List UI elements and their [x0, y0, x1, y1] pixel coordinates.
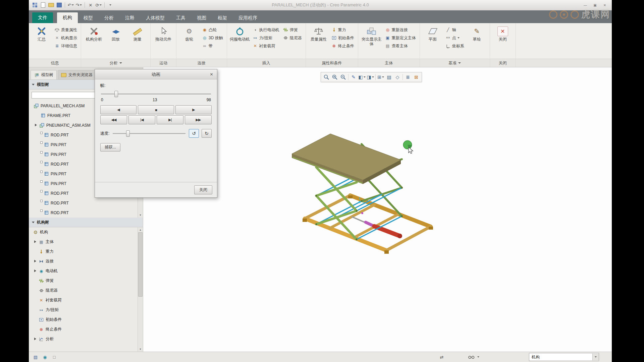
mech-tree-item[interactable]: 弹簧: [29, 276, 138, 286]
capture-button[interactable]: 捕获...: [100, 143, 120, 152]
scroll-down-button[interactable]: ▼: [138, 347, 143, 352]
sketch-button[interactable]: ✎ 草绘: [467, 25, 487, 43]
undo-button[interactable]: ↶: [67, 2, 74, 8]
dialog-close-icon[interactable]: ✕: [208, 71, 215, 77]
details-button[interactable]: ≣详细信息: [53, 42, 78, 50]
filter-mode-select[interactable]: 机构: [529, 353, 599, 361]
scrollbar-thumb[interactable]: [138, 232, 143, 297]
tab-mechanism[interactable]: 机构: [57, 12, 78, 23]
expand-icon[interactable]: [34, 260, 37, 263]
tab-model-tree[interactable]: 模型树: [31, 70, 57, 79]
mech-tree-item[interactable]: ⚙机构: [29, 227, 138, 237]
close-mechanism-button[interactable]: ✕ 关闭: [492, 25, 513, 43]
measure-button[interactable]: 测量: [127, 25, 148, 43]
to-end-button[interactable]: ▶|: [157, 115, 183, 124]
cams-button[interactable]: ◉凸轮: [201, 26, 224, 34]
model-tree-item[interactable]: ROD.PRT: [29, 198, 138, 208]
belts-button[interactable]: ∞带: [201, 42, 224, 50]
repeat-button[interactable]: ↺: [189, 129, 199, 138]
animation-dialog-titlebar[interactable]: 动画 ✕: [95, 69, 217, 79]
mech-tree-item[interactable]: ⊗终止条件: [29, 324, 138, 334]
simulation-display-button[interactable]: ⊠: [412, 73, 420, 81]
rewind-button[interactable]: ◀◀: [100, 115, 127, 124]
tab-model[interactable]: 模型: [78, 13, 99, 23]
playback-button[interactable]: ◀▶ 回放: [105, 25, 126, 43]
speed-slider-handle[interactable]: [126, 130, 130, 137]
force-motors-button[interactable]: ◑执行电动机: [251, 26, 281, 34]
tab-annotate[interactable]: 注释: [119, 13, 140, 23]
open-file-button[interactable]: [48, 2, 54, 8]
csys-button[interactable]: 坐标系: [444, 42, 466, 50]
frame-slider[interactable]: [101, 91, 211, 97]
tab-tools[interactable]: 工具: [170, 13, 191, 23]
mech-tree-item[interactable]: 连接: [29, 256, 138, 266]
mech-tree-item[interactable]: 分析: [29, 334, 138, 344]
reconnect-button[interactable]: ◎重新连接: [384, 26, 417, 34]
view-bodies-button[interactable]: ▤查看主体: [384, 42, 417, 50]
web-browser-toggle-button[interactable]: ◉: [42, 354, 48, 360]
reverse-button[interactable]: ↻: [202, 129, 212, 138]
summary-button[interactable]: 汇总: [31, 25, 52, 43]
fast-forward-button[interactable]: ▶▶: [185, 115, 212, 124]
tab-analysis[interactable]: 分析: [99, 13, 119, 23]
servo-motors-button[interactable]: 伺服电动机: [229, 25, 250, 43]
new-file-button[interactable]: [40, 2, 46, 8]
mechanism-tree-header[interactable]: 机构树: [29, 218, 143, 227]
mass-properties-large-button[interactable]: 质量属性: [308, 25, 329, 43]
3d-contact-button[interactable]: ◎3D 接触: [201, 34, 224, 42]
tab-folder-browser[interactable]: 文件夹浏览器: [58, 70, 96, 79]
tab-framework[interactable]: 框架: [212, 13, 233, 23]
close-window-button[interactable]: ✕: [600, 2, 609, 8]
repaint-button[interactable]: ✎: [350, 73, 358, 81]
mech-tree-item[interactable]: ↦力/扭矩: [29, 305, 138, 315]
model-tree-toggle-button[interactable]: ▤: [32, 354, 39, 360]
combo-dropdown-button[interactable]: [592, 354, 599, 360]
drag-components-button[interactable]: 拖动元件: [153, 25, 174, 43]
swap-arrows-button[interactable]: ⇄: [438, 354, 445, 360]
highlight-bodies-button[interactable]: 突出显示主体: [361, 25, 383, 47]
stop-button[interactable]: ✕: [87, 2, 94, 8]
perspective-button[interactable]: ◇: [393, 73, 401, 81]
termination-conditions-button[interactable]: ⊗终止条件: [330, 42, 356, 50]
restore-button[interactable]: ▣: [591, 2, 599, 8]
expand-icon[interactable]: [34, 124, 38, 127]
mech-tree-item[interactable]: ▦主体: [29, 237, 138, 247]
gravity-button[interactable]: 重力: [330, 26, 356, 34]
bushing-loads-button[interactable]: ✕衬套载荷: [251, 42, 281, 50]
redo-button[interactable]: ↷: [75, 2, 82, 8]
refit-button[interactable]: [322, 73, 330, 81]
frame-slider-handle[interactable]: [114, 91, 118, 97]
mech-tree-item[interactable]: ◉电动机: [29, 266, 138, 276]
step-back-button[interactable]: ◀: [100, 105, 137, 114]
stop-button[interactable]: ■: [138, 105, 174, 114]
point-button[interactable]: ××点: [444, 34, 466, 42]
regenerate-button[interactable]: ⟳: [95, 2, 102, 8]
display-toggle-button[interactable]: □: [51, 354, 58, 360]
mech-tree-item[interactable]: 初始条件: [29, 315, 138, 324]
dampers-button[interactable]: 阻尼器: [282, 34, 303, 42]
gears-button[interactable]: ⚙ 齿轮: [179, 25, 200, 43]
app-menu-button[interactable]: [32, 2, 38, 8]
display-style-button[interactable]: ◧: [358, 73, 366, 81]
minimize-button[interactable]: —: [581, 2, 590, 8]
mech-tree-item[interactable]: 重力: [29, 247, 138, 256]
expand-icon[interactable]: [34, 240, 37, 244]
save-button[interactable]: [56, 2, 62, 8]
play-button[interactable]: ▶: [175, 105, 212, 114]
speed-slider[interactable]: [113, 130, 185, 136]
scissor-lift-model[interactable]: [288, 130, 439, 258]
expand-icon[interactable]: [34, 269, 37, 273]
initial-conditions-button[interactable]: 初始条件: [330, 34, 356, 42]
force-torque-button[interactable]: ↦力/扭矩: [251, 34, 281, 42]
axis-button[interactable]: ╱轴: [444, 26, 466, 34]
tab-view[interactable]: 视图: [191, 13, 212, 23]
tab-applications[interactable]: 应用程序: [233, 13, 263, 23]
annotations-button[interactable]: ≣: [404, 73, 412, 81]
tab-manikin[interactable]: 人体模型: [140, 13, 170, 23]
mass-properties-button[interactable]: 质量属性: [53, 26, 78, 34]
mech-tree-item[interactable]: ✕衬套载荷: [29, 295, 138, 305]
zoom-in-button[interactable]: [331, 73, 339, 81]
plane-button[interactable]: 平面: [422, 25, 443, 43]
zoom-out-button[interactable]: [339, 73, 347, 81]
scroll-up-button[interactable]: ▲: [138, 227, 143, 232]
